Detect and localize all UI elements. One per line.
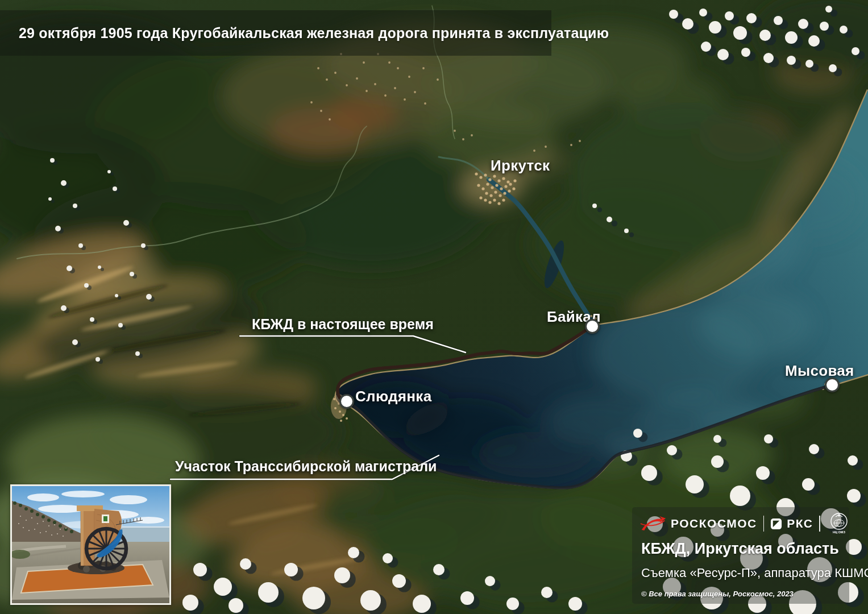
roscosmos-logo-icon <box>640 515 666 532</box>
label-mysovaya-station: Мысовая <box>785 362 854 380</box>
station-marker-slyudyanka <box>339 394 354 409</box>
title-bar: 29 октября 1905 года Кругобайкальская же… <box>0 10 551 56</box>
monument-photo-inset <box>10 484 171 605</box>
panel-subheading: Съемка «Ресурс-П», аппаратура КШМСА-СР <box>641 566 868 580</box>
logo-divider <box>819 516 820 532</box>
ntsomz-emblem-icon: НЦ ОМЗ <box>827 512 852 535</box>
logo-row: РОСКОСМОС РКС НЦ ОМЗ <box>640 514 852 533</box>
ntsomz-emblem-caption: НЦ ОМЗ <box>833 530 845 534</box>
callout-kbzhd: КБЖД в настоящее время <box>252 316 434 333</box>
station-marker-mysovaya <box>825 377 840 392</box>
monument-photo <box>12 486 169 603</box>
panel-copyright: © Все права защищены, Роскосмос, 2023 <box>641 590 794 598</box>
panel-heading: КБЖД, Иркутская область <box>641 540 839 558</box>
station-marker-baikal <box>585 319 600 334</box>
title-text: 29 октября 1905 года Кругобайкальская же… <box>0 25 609 42</box>
label-slyudyanka-station: Слюдянка <box>355 388 431 405</box>
callout-transsib: Участок Транссибирской магистрали <box>175 458 437 475</box>
label-irkutsk: Иркутск <box>491 157 550 175</box>
logo-divider <box>763 516 765 532</box>
roscosmos-wordmark: РОСКОСМОС <box>671 517 757 530</box>
infographic-root: 29 октября 1905 года Кругобайкальская же… <box>0 0 868 614</box>
rks-logo-icon <box>770 518 782 530</box>
info-panel: РОСКОСМОС РКС НЦ ОМЗ КБЖД, Иркутская обл… <box>632 507 849 604</box>
rks-wordmark: РКС <box>787 517 813 530</box>
